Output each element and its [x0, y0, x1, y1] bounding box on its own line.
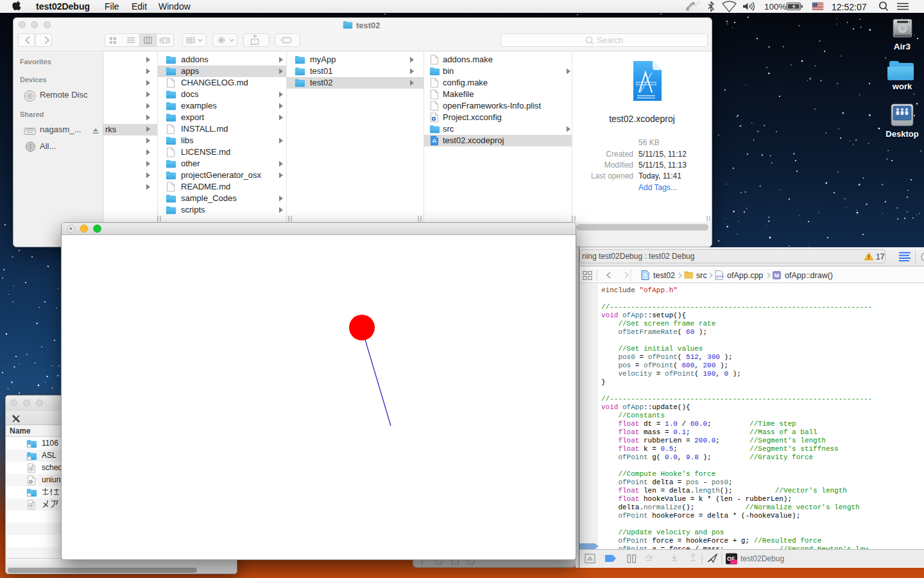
svg-text:Edit: Edit — [132, 1, 147, 12]
svg-text:ofApp::draw(): ofApp::draw() — [785, 271, 833, 280]
svg-text:test02Debug: test02Debug — [740, 554, 784, 563]
svg-text:12:52:07: 12:52:07 — [832, 2, 867, 12]
svg-text:M: M — [774, 272, 780, 279]
svg-text:File: File — [105, 1, 119, 12]
svg-text:work: work — [892, 82, 912, 91]
svg-text:17: 17 — [876, 252, 885, 261]
svg-text:test02: test02 — [356, 21, 381, 30]
svg-text:test02: test02 — [653, 271, 675, 280]
svg-text:src: src — [696, 271, 707, 280]
svg-text:100%: 100% — [764, 2, 787, 12]
svg-text:Window: Window — [158, 1, 191, 12]
svg-text:ofApp.cpp: ofApp.cpp — [727, 271, 763, 280]
svg-text:c++: c++ — [716, 274, 724, 279]
svg-text:Air3: Air3 — [894, 42, 911, 51]
svg-text:Search: Search — [597, 35, 623, 45]
svg-text:test02Debug: test02Debug — [36, 1, 90, 12]
svg-text:Desktop: Desktop — [886, 129, 918, 139]
